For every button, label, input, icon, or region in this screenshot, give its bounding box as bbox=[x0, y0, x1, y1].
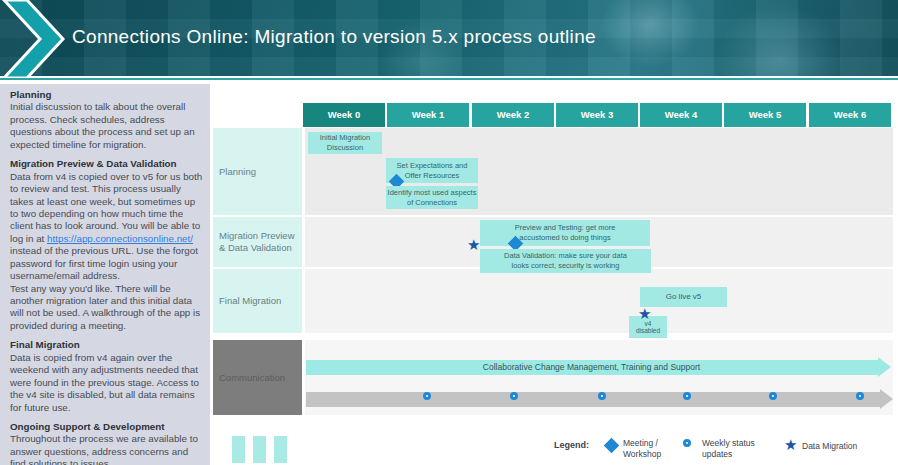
weekly-status-circle-icon bbox=[598, 392, 606, 400]
note-body: Data is copied from v4 again over the we… bbox=[10, 352, 203, 414]
legend-data-migration-label: Data Migration bbox=[802, 441, 882, 452]
note-body: Throughout the process we are available … bbox=[10, 433, 203, 465]
row-label-planning: Planning bbox=[213, 128, 302, 215]
deco-bar bbox=[274, 436, 287, 463]
week-header-6: Week 6 bbox=[809, 103, 891, 127]
row-label-mpdv: Migration Preview & Data Validation bbox=[213, 217, 302, 267]
note-final-migration: Final Migration Data is copied from v4 a… bbox=[10, 339, 203, 414]
note-body: Initial discussion to talk about the ove… bbox=[10, 101, 203, 151]
weekly-status-circle-icon bbox=[423, 392, 431, 400]
week-header-5: Week 5 bbox=[724, 103, 806, 127]
legend-diamond-icon bbox=[604, 438, 620, 454]
week-header-4: Week 4 bbox=[640, 103, 722, 127]
note-ongoing-support: Ongoing Support & Development Throughout… bbox=[10, 421, 203, 465]
legend-label: Legend: bbox=[554, 440, 589, 450]
connectionsonline-link[interactable]: https://app.connectionsonline.net/ bbox=[47, 233, 193, 244]
note-heading: Ongoing Support & Development bbox=[10, 421, 203, 433]
note-migration-preview: Migration Preview & Data Validation Data… bbox=[10, 158, 203, 332]
note-planning: Planning Initial discussion to talk abou… bbox=[10, 89, 203, 151]
legend-weekly-status-label: Weekly status updates bbox=[702, 438, 764, 459]
week-header-2: Week 2 bbox=[472, 103, 554, 127]
weekly-status-circle-icon bbox=[510, 392, 518, 400]
page-title: Connections Online: Migration to version… bbox=[72, 26, 596, 48]
task-go-live-v5: Go live v5 bbox=[640, 287, 727, 307]
sidebar-notes: Planning Initial discussion to talk abou… bbox=[0, 84, 210, 465]
row-label-communication: Communication bbox=[213, 340, 302, 415]
weekly-status-circle-icon bbox=[683, 392, 691, 400]
week-header-0: Week 0 bbox=[303, 103, 385, 127]
week-header-3: Week 3 bbox=[556, 103, 638, 127]
weekly-status-circle-icon bbox=[769, 392, 777, 400]
week-header-1: Week 1 bbox=[387, 103, 469, 127]
weekly-status-circle-icon bbox=[856, 392, 864, 400]
note-body: Data from v4 is copied over to v5 for us… bbox=[10, 171, 203, 333]
arrow-head-icon bbox=[878, 357, 891, 377]
data-migration-star-icon: ★ bbox=[638, 306, 651, 321]
row-bg-final bbox=[305, 269, 893, 333]
timeline-chart: Week 0 Week 1 Week 2 Week 3 Week 4 Week … bbox=[210, 80, 898, 465]
task-preview-testing: Preview and Testing: get more accustomed… bbox=[480, 220, 650, 246]
note-heading: Planning bbox=[10, 89, 203, 101]
chevron-icon bbox=[0, 0, 78, 80]
header-banner: Connections Online: Migration to version… bbox=[0, 0, 898, 76]
collaborative-support-label: Collaborative Change Management, Trainin… bbox=[306, 360, 877, 375]
task-identify-aspects: Identify most used aspects of Connection… bbox=[386, 186, 478, 209]
data-migration-star-icon: ★ bbox=[467, 237, 480, 252]
deco-bar bbox=[232, 436, 245, 463]
row-label-final: Final Migration bbox=[213, 269, 302, 333]
collaborative-support-arrow: Collaborative Change Management, Trainin… bbox=[306, 360, 891, 375]
legend-meeting-label: Meeting / Workshop bbox=[623, 438, 675, 459]
legend-circle-icon bbox=[683, 439, 691, 447]
arrow-head-icon bbox=[880, 389, 893, 409]
note-heading: Migration Preview & Data Validation bbox=[10, 158, 203, 170]
arrow-body bbox=[306, 392, 881, 407]
task-data-validation: Data Validation: make sure your data loo… bbox=[480, 249, 651, 273]
slide: Connections Online: Migration to version… bbox=[0, 0, 898, 465]
task-initial-migration-discussion: Initial Migration Discussion bbox=[308, 132, 382, 154]
note-heading: Final Migration bbox=[10, 339, 203, 351]
note-text: instead of the previous URL. Use the for… bbox=[10, 245, 200, 331]
deco-bar bbox=[253, 436, 266, 463]
legend-star-icon: ★ bbox=[784, 437, 797, 452]
